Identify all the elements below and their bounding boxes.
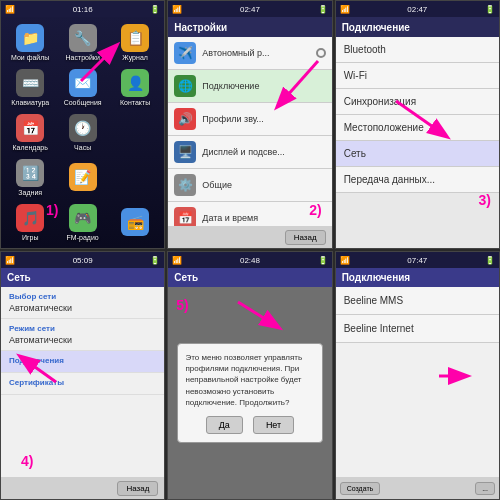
app-label-contacts: Контакты bbox=[120, 99, 150, 106]
network-label: Сеть bbox=[344, 148, 366, 159]
dialog-box: Это меню позволяет управлять профилями п… bbox=[177, 343, 324, 443]
settings-label-display: Дисплей и подсве... bbox=[202, 147, 325, 157]
net-section-selection[interactable]: Выбор сети Автоматически bbox=[1, 287, 164, 319]
more-button[interactable]: ... bbox=[475, 482, 495, 495]
app-icon-journal: 📋 bbox=[121, 24, 149, 52]
settings-item-datetime[interactable]: 📅 Дата и время bbox=[168, 202, 331, 226]
screen1-home: 📶 01:16 🔋 📁 Мои файлы 🔧 Настройки 📋 Журн… bbox=[0, 0, 165, 249]
app-radio[interactable]: 📻 bbox=[110, 201, 160, 244]
connection-list: Bluetooth Wi-Fi Синхронизация Местополож… bbox=[336, 37, 499, 248]
screen4-network: 📶 05:09 🔋 Сеть Выбор сети Автоматически … bbox=[0, 251, 165, 500]
settings-item-general[interactable]: ⚙️ Общие bbox=[168, 169, 331, 202]
conn-item-network[interactable]: Сеть bbox=[336, 141, 499, 167]
app-icon-messages: ✉️ bbox=[69, 69, 97, 97]
settings-bottom: Назад bbox=[168, 226, 331, 248]
app-games[interactable]: 🎮 FM-радио bbox=[57, 201, 107, 244]
app-keyboard[interactable]: ⌨️ Клавиатура bbox=[5, 66, 55, 109]
connlist-item-beeline-mms[interactable]: Beeline MMS bbox=[336, 287, 499, 315]
conn-item-wifi[interactable]: Wi-Fi bbox=[336, 63, 499, 89]
app-settings[interactable]: 🔧 Настройки bbox=[57, 21, 107, 64]
app-icon-keyboard: ⌨️ bbox=[16, 69, 44, 97]
net-section-connections[interactable]: Подключения bbox=[1, 351, 164, 373]
dialog-yes-button[interactable]: Да bbox=[206, 416, 243, 434]
app-contacts[interactable]: 👤 Контакты bbox=[110, 66, 160, 109]
connlist-item-beeline-internet[interactable]: Beeline Internet bbox=[336, 315, 499, 343]
settings-label-airplane: Автономный р... bbox=[202, 48, 309, 58]
status-bar-6: 📶 07:47 🔋 bbox=[336, 252, 499, 268]
net-mode-title: Режим сети bbox=[9, 324, 156, 333]
dialog-screen-title: Сеть bbox=[168, 268, 331, 287]
sound-icon: 🔊 bbox=[174, 108, 196, 130]
app-my-files[interactable]: 📁 Мои файлы bbox=[5, 21, 55, 64]
signal-icon-5: 📶 bbox=[172, 256, 182, 265]
back-button-2[interactable]: Назад bbox=[285, 230, 326, 245]
conn-item-sync[interactable]: Синхронизация bbox=[336, 89, 499, 115]
status-time-3: 02:47 bbox=[407, 5, 427, 14]
radio-airplane[interactable] bbox=[316, 48, 326, 58]
app-label-messages: Сообщения bbox=[64, 99, 102, 106]
battery-icon: 🔋 bbox=[150, 5, 160, 14]
settings-item-connection[interactable]: 🌐 Подключение bbox=[168, 70, 331, 103]
settings-title: Настройки bbox=[168, 17, 331, 37]
back-button-4[interactable]: Назад bbox=[117, 481, 158, 496]
settings-label-sound: Профили зву... bbox=[202, 114, 325, 124]
app-label-games: FM-радио bbox=[67, 234, 99, 241]
display-icon: 🖥️ bbox=[174, 141, 196, 163]
app-icon-games: 🎮 bbox=[69, 204, 97, 232]
settings-item-airplane[interactable]: ✈️ Автономный р... bbox=[168, 37, 331, 70]
app-label-settings: Настройки bbox=[65, 54, 99, 61]
signal-icon: 📶 bbox=[5, 5, 15, 14]
screen2-settings: 📶 02:47 🔋 Настройки ✈️ Автономный р... 🌐… bbox=[167, 0, 332, 249]
dialog-no-button[interactable]: Нет bbox=[253, 416, 294, 434]
status-icons-1: 🔋 bbox=[150, 5, 160, 14]
app-icon-clock: 🕐 bbox=[69, 114, 97, 142]
create-button[interactable]: Создать bbox=[340, 482, 381, 495]
beeline-mms-label: Beeline MMS bbox=[344, 295, 403, 306]
signal-icon-4: 📶 bbox=[5, 256, 15, 265]
status-time-6: 07:47 bbox=[407, 256, 427, 265]
signal-icon-6: 📶 bbox=[340, 256, 350, 265]
connection-title: Подключение bbox=[336, 17, 499, 37]
general-icon: ⚙️ bbox=[174, 174, 196, 196]
app-icon-radio: 📻 bbox=[121, 208, 149, 236]
connlist-items: Beeline MMS Beeline Internet bbox=[336, 287, 499, 477]
net-section-certs[interactable]: Сертификаты bbox=[1, 373, 164, 395]
screen5-dialog: 📶 02:48 🔋 Сеть Это меню позволяет управл… bbox=[167, 251, 332, 500]
status-bar-1: 📶 01:16 🔋 bbox=[1, 1, 164, 17]
app-tasks[interactable]: 📝 bbox=[57, 156, 107, 199]
status-bar-5: 📶 02:48 🔋 bbox=[168, 252, 331, 268]
conn-item-datatransfer[interactable]: Передача данных... bbox=[336, 167, 499, 193]
settings-item-display[interactable]: 🖥️ Дисплей и подсве... bbox=[168, 136, 331, 169]
app-label-journal: Журнал bbox=[122, 54, 148, 61]
signal-icon-2: 📶 bbox=[172, 5, 182, 14]
wifi-label: Wi-Fi bbox=[344, 70, 367, 81]
app-calc[interactable]: 🔢 Задния bbox=[5, 156, 55, 199]
app-label-calendar: Календарь bbox=[13, 144, 48, 151]
app-calendar[interactable]: 📅 Календарь bbox=[5, 111, 55, 154]
network-title: Сеть bbox=[1, 268, 164, 287]
conn-item-location[interactable]: Местоположение bbox=[336, 115, 499, 141]
battery-icon-4: 🔋 bbox=[150, 256, 160, 265]
settings-item-sound[interactable]: 🔊 Профили зву... bbox=[168, 103, 331, 136]
screen6-connlist: 📶 07:47 🔋 Подключения Beeline MMS Beelin… bbox=[335, 251, 500, 500]
app-clock[interactable]: 🕐 Часы bbox=[57, 111, 107, 154]
app-music[interactable]: 🎵 Игры bbox=[5, 201, 55, 244]
conn-item-bluetooth[interactable]: Bluetooth bbox=[336, 37, 499, 63]
dialog-background: Это меню позволяет управлять профилями п… bbox=[168, 287, 331, 499]
datatransfer-label: Передача данных... bbox=[344, 174, 435, 185]
net-certs-title: Сертификаты bbox=[9, 378, 156, 387]
location-label: Местоположение bbox=[344, 122, 424, 133]
net-selection-value: Автоматически bbox=[9, 303, 156, 313]
app-empty2 bbox=[110, 156, 160, 199]
dialog-buttons: Да Нет bbox=[186, 416, 315, 434]
beeline-internet-label: Beeline Internet bbox=[344, 323, 414, 334]
net-section-mode[interactable]: Режим сети Автоматически bbox=[1, 319, 164, 351]
app-messages[interactable]: ✉️ Сообщения bbox=[57, 66, 107, 109]
connlist-title: Подключения bbox=[336, 268, 499, 287]
dialog-overlay: Это меню позволяет управлять профилями п… bbox=[168, 287, 331, 499]
battery-icon-3: 🔋 bbox=[485, 5, 495, 14]
net-conn-title: Подключения bbox=[9, 356, 156, 365]
dialog-text: Это меню позволяет управлять профилями п… bbox=[186, 352, 315, 408]
sync-label: Синхронизация bbox=[344, 96, 416, 107]
app-journal[interactable]: 📋 Журнал bbox=[110, 21, 160, 64]
